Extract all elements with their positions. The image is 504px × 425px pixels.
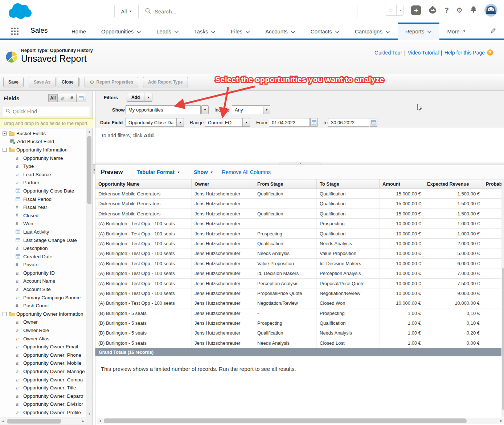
close-button[interactable]: Close bbox=[57, 77, 79, 87]
field-item-closed[interactable]: #Closed bbox=[0, 211, 86, 220]
table-row[interactable]: (A) Burlington - Test Opp - 100 seatsJen… bbox=[95, 259, 504, 268]
splitter-handle[interactable]: ▲ bbox=[279, 162, 322, 165]
field-item-owner-alias[interactable]: aOwner Alias bbox=[0, 335, 86, 343]
search-scope-dropdown[interactable]: All ▼ bbox=[115, 5, 139, 18]
table-row[interactable]: (A) Burlington - Test Opp - 100 seatsJen… bbox=[95, 288, 504, 298]
field-item-opportunity-owner-manage[interactable]: aOpportunity Owner: Manage bbox=[0, 367, 86, 376]
field-item-account-name[interactable]: aAccount Name bbox=[0, 277, 86, 286]
tab-campaigns[interactable]: Campaigns bbox=[347, 23, 398, 40]
tab-contacts[interactable]: Contacts bbox=[303, 23, 347, 40]
from-calendar-button[interactable] bbox=[310, 118, 318, 127]
add-report-type-button[interactable]: Add Report Type bbox=[143, 77, 188, 87]
scroll-down-icon[interactable]: ▼ bbox=[86, 411, 93, 417]
scrollbar-thumb[interactable] bbox=[104, 418, 467, 423]
scroll-left-icon[interactable]: ◀ bbox=[0, 418, 6, 424]
field-item-last-activity[interactable]: Last Activity bbox=[0, 228, 86, 236]
show-select-dropdown[interactable]: ▼ bbox=[201, 105, 209, 114]
field-item-fiscal-year[interactable]: #Fiscal Year bbox=[0, 203, 86, 211]
show-select[interactable]: My opportunities bbox=[126, 105, 201, 114]
table-row[interactable]: (A) Burlington - Test Opp - 100 seatsJen… bbox=[95, 219, 504, 228]
collapse-expander-icon[interactable] bbox=[3, 312, 7, 316]
filter-date-button[interactable] bbox=[77, 94, 86, 102]
field-item-bucket-fields[interactable]: Bucket Fields bbox=[0, 129, 86, 138]
field-item-opportunity-owner-phone[interactable]: aOpportunity Owner: Phone bbox=[0, 351, 86, 359]
field-item-owner-role[interactable]: aOwner Role bbox=[0, 326, 86, 335]
include-select[interactable]: Any bbox=[232, 105, 263, 114]
range-select[interactable]: Current FQ bbox=[205, 118, 243, 127]
add-icon[interactable]: + bbox=[411, 5, 421, 15]
field-item-opportunity-owner-departr[interactable]: aOpportunity Owner: Departr bbox=[0, 392, 86, 400]
help-for-page-link[interactable]: Help for this Page bbox=[444, 50, 485, 56]
tab-home[interactable]: Home bbox=[64, 23, 94, 40]
add-filter-button[interactable]: Add ▼ bbox=[127, 93, 152, 102]
favorites-star-icon[interactable]: ☆ bbox=[385, 5, 396, 15]
avatar[interactable] bbox=[484, 4, 497, 17]
chevron-down-icon[interactable]: ▼ bbox=[144, 93, 152, 102]
table-row[interactable]: Dickenson Mobile GeneratorsJens Hutzsche… bbox=[95, 189, 504, 199]
sidebar-vertical-scrollbar[interactable]: ▲ ▼ bbox=[86, 129, 92, 417]
filter-number-button[interactable]: # bbox=[67, 94, 77, 102]
column-header-amount[interactable]: Amount bbox=[380, 179, 424, 189]
column-header-owner[interactable]: Owner bbox=[192, 179, 254, 189]
to-calendar-button[interactable] bbox=[370, 118, 377, 127]
help-icon[interactable]: ? bbox=[444, 6, 449, 15]
video-tutorial-link[interactable]: Video Tutorial bbox=[408, 50, 439, 56]
tab-opportunities[interactable]: Opportunities bbox=[94, 23, 149, 40]
table-row[interactable]: (B) Burlington - 5 seatsJens Hutzschenre… bbox=[95, 308, 504, 318]
column-header-probab[interactable]: Probab bbox=[483, 179, 504, 189]
field-item-account-site[interactable]: aAccount Site bbox=[0, 285, 86, 294]
field-item-created-date[interactable]: Created Date bbox=[0, 252, 86, 261]
scroll-up-icon[interactable]: ▲ bbox=[86, 129, 93, 135]
field-item-opportunity-id[interactable]: aOpportunity ID bbox=[0, 269, 86, 277]
field-item-type[interactable]: aType bbox=[0, 162, 86, 170]
to-date-input[interactable] bbox=[328, 118, 369, 127]
field-item-add-bucket-field[interactable]: Add Bucket Field bbox=[0, 138, 86, 146]
app-launcher-icon[interactable] bbox=[11, 27, 19, 37]
column-header-to-stage[interactable]: To Stage bbox=[317, 179, 380, 189]
field-item-owner[interactable]: aOwner bbox=[0, 318, 86, 327]
table-row[interactable]: (B) Burlington - 5 seatsJens Hutzschenre… bbox=[95, 328, 504, 338]
scrollbar-thumb[interactable] bbox=[502, 268, 504, 410]
field-item-opportunity-owner-mobile[interactable]: aOpportunity Owner: Mobile bbox=[0, 359, 86, 368]
help-orb-icon[interactable]: ? bbox=[487, 49, 493, 56]
format-menu[interactable]: Tabular Format▼ bbox=[136, 169, 180, 175]
field-item-opportunity-owner-profile[interactable]: aOpportunity Owner: Profile bbox=[0, 408, 86, 417]
field-item-last-stage-change-date[interactable]: Last Stage Change Date bbox=[0, 236, 86, 244]
table-row[interactable]: (A) Burlington - Test Opp - 100 seatsJen… bbox=[95, 248, 504, 258]
field-item-push-count[interactable]: #Push Count bbox=[0, 301, 86, 310]
table-row[interactable]: (B) Burlington - 5 seatsJens Hutzschenre… bbox=[95, 318, 504, 328]
trailhead-icon[interactable] bbox=[428, 5, 437, 15]
field-item-partner[interactable]: aPartner bbox=[0, 179, 86, 187]
field-item-opportunity-owner-compa[interactable]: aOpportunity Owner: Compa bbox=[0, 376, 86, 384]
tab-files[interactable]: Files bbox=[223, 23, 258, 40]
scrollbar-thumb[interactable] bbox=[87, 136, 91, 204]
from-date-input[interactable] bbox=[269, 118, 310, 127]
field-item-opportunity-information[interactable]: Opportunity Information bbox=[0, 146, 86, 154]
guided-tour-link[interactable]: Guided Tour bbox=[374, 50, 402, 56]
filter-text-button[interactable]: a bbox=[58, 94, 67, 102]
remove-all-columns-link[interactable]: Remove All Columns bbox=[222, 169, 271, 175]
range-select-dropdown[interactable]: ▼ bbox=[243, 118, 250, 127]
preview-horizontal-scrollbar[interactable]: ◀ ▶ bbox=[97, 418, 504, 424]
table-row[interactable]: (A) Burlington - Test Opp - 100 seatsJen… bbox=[95, 279, 504, 288]
table-row[interactable]: (A) Burlington - Test Opp - 100 seatsJen… bbox=[95, 239, 504, 248]
table-row[interactable]: Dickenson Mobile GeneratorsJens Hutzsche… bbox=[95, 199, 504, 209]
field-item-lead-source[interactable]: aLead Source bbox=[0, 170, 86, 179]
field-item-opportunity-owner-information[interactable]: Opportunity Owner Information bbox=[0, 310, 86, 318]
panel-splitter[interactable]: ▲ bbox=[95, 162, 504, 165]
column-header-expected-revenue[interactable]: Expected Revenue bbox=[424, 179, 483, 189]
field-item-private[interactable]: #Private bbox=[0, 261, 86, 269]
gear-icon[interactable]: ⚙ bbox=[456, 6, 463, 15]
column-header-from-stage[interactable]: From Stage bbox=[254, 179, 317, 189]
scrollbar-thumb[interactable] bbox=[7, 419, 61, 424]
favorites-dropdown[interactable]: ▼ bbox=[396, 5, 403, 15]
tab-tasks[interactable]: Tasks bbox=[187, 23, 223, 40]
field-item-won[interactable]: #Won bbox=[0, 220, 86, 228]
table-row[interactable]: (A) Burlington - Test Opp - 100 seatsJen… bbox=[95, 268, 504, 278]
date-field-select[interactable]: Opportunity Close Da bbox=[126, 118, 177, 127]
tab-more[interactable]: More▼ bbox=[439, 23, 473, 40]
scroll-left-icon[interactable]: ◀ bbox=[97, 418, 103, 424]
collapse-expander-icon[interactable] bbox=[3, 148, 7, 152]
bell-icon[interactable] bbox=[470, 6, 477, 15]
sidebar-horizontal-scrollbar[interactable]: ◀ ▶ bbox=[0, 418, 86, 424]
